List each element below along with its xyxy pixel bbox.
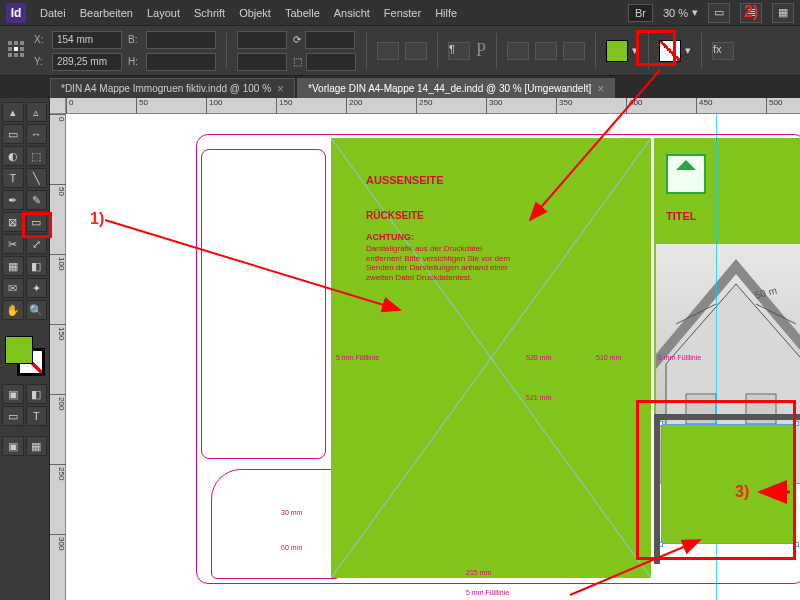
zoom-value: 30 % <box>663 7 688 19</box>
measure: 30 mm <box>281 509 302 516</box>
annotation-2-label: 2) <box>744 3 758 21</box>
zoom-tool-icon[interactable]: 🔍 <box>26 300 48 320</box>
line-tool-icon[interactable]: ╲ <box>26 168 48 188</box>
page-tool-icon[interactable]: ▭ <box>2 124 24 144</box>
scale-x-field[interactable] <box>237 31 287 49</box>
shear-field[interactable] <box>306 53 356 71</box>
type-tool-icon[interactable]: T <box>2 168 24 188</box>
selection-tool-icon[interactable]: ▴ <box>2 102 24 122</box>
menu-object[interactable]: Objekt <box>239 7 271 19</box>
wrap-icon-2[interactable] <box>535 42 557 60</box>
annotation-3-label: 3) <box>735 483 749 501</box>
ruler-tick: 350 <box>556 98 572 114</box>
menu-layout[interactable]: Layout <box>147 7 180 19</box>
wrap-icon-1[interactable] <box>507 42 529 60</box>
y-field[interactable]: 289,25 mm <box>52 53 122 71</box>
fx-icon[interactable]: fx <box>712 42 734 60</box>
h-field[interactable] <box>146 53 216 71</box>
chevron-down-icon[interactable]: ▾ <box>685 44 691 57</box>
measure: 215 mm <box>466 569 491 576</box>
rotate-field[interactable] <box>305 31 355 49</box>
menu-window[interactable]: Fenster <box>384 7 421 19</box>
menu-file[interactable]: Datei <box>40 7 66 19</box>
close-icon[interactable]: × <box>277 82 284 96</box>
gradient-swatch-tool-icon[interactable]: ▦ <box>2 256 24 276</box>
scale-y-field[interactable] <box>237 53 287 71</box>
scissors-tool-icon[interactable]: ✂ <box>2 234 24 254</box>
measure: 521 mm <box>526 394 551 401</box>
flip-h-icon[interactable] <box>377 42 399 60</box>
ruler-tick: 150 <box>276 98 292 114</box>
formatting-text-icon[interactable]: T <box>26 406 48 426</box>
flip-v-icon[interactable] <box>405 42 427 60</box>
measure: 5 mm Fülllinie <box>466 589 509 596</box>
w-label: B: <box>128 34 142 45</box>
content-grabber-icon[interactable]: ◐ <box>2 146 24 166</box>
warning-body: Darstellgrafik aus der Druckdatei entfer… <box>366 244 516 282</box>
tab-doc-1[interactable]: *DIN A4 Mappe Immogruen fiktiv.indd @ 10… <box>50 78 295 98</box>
eyedropper-tool-icon[interactable]: ✦ <box>26 278 48 298</box>
gradient-feather-tool-icon[interactable]: ◧ <box>26 256 48 276</box>
app-logo: Id <box>6 3 26 23</box>
close-icon[interactable]: × <box>597 82 604 96</box>
apply-gradient-icon[interactable]: ◧ <box>26 384 48 404</box>
reference-point-icon[interactable] <box>8 41 28 61</box>
pencil-tool-icon[interactable]: ✎ <box>26 190 48 210</box>
annotation-3-box <box>636 400 796 560</box>
ruler-tick: 0 <box>66 98 73 114</box>
x-field[interactable]: 154 mm <box>52 31 122 49</box>
ruler-tick: 200 <box>346 98 362 114</box>
ruler-tick: 400 <box>626 98 642 114</box>
pen-tool-icon[interactable]: ✒ <box>2 190 24 210</box>
fill-swatch[interactable] <box>606 40 628 62</box>
annotation-1-box <box>22 212 52 238</box>
view-mode-normal-icon[interactable]: ▣ <box>2 436 24 456</box>
formatting-container-icon[interactable]: ▭ <box>2 406 24 426</box>
dieline-flap-left <box>201 149 326 459</box>
ruler-tick: 300 <box>486 98 502 114</box>
measure: 5 mm Fülllinie <box>336 354 379 361</box>
ruler-tick: 0 <box>50 114 66 121</box>
menu-items: Datei Bearbeiten Layout Schrift Objekt T… <box>40 7 614 19</box>
ruler-tick: 100 <box>206 98 222 114</box>
bridge-button[interactable]: Br <box>628 4 653 22</box>
ruler-tick: 250 <box>416 98 432 114</box>
fill-proxy-icon[interactable] <box>5 336 33 364</box>
h-label: H: <box>128 56 142 67</box>
tab-label: *DIN A4 Mappe Immogruen fiktiv.indd @ 10… <box>61 83 271 94</box>
wrap-icon-3[interactable] <box>563 42 585 60</box>
workspace-icon[interactable]: ▦ <box>772 3 794 23</box>
menu-table[interactable]: Tabelle <box>285 7 320 19</box>
document-tabs: *DIN A4 Mappe Immogruen fiktiv.indd @ 10… <box>0 76 800 98</box>
tab-doc-2[interactable]: *Vorlage DIN A4-Mappe 14_44_de.indd @ 30… <box>297 78 615 98</box>
gap-tool-icon[interactable]: ↔ <box>26 124 48 144</box>
view-mode-preview-icon[interactable]: ▦ <box>26 436 48 456</box>
heading-aussenseite: AUSSENSEITE <box>366 174 444 186</box>
fill-stroke-proxy[interactable] <box>5 336 45 376</box>
frame-tool-icon[interactable]: ⊠ <box>2 212 24 232</box>
annotation-2-box <box>636 30 676 66</box>
ruler-tick: 450 <box>696 98 712 114</box>
apply-color-icon[interactable]: ▣ <box>2 384 24 404</box>
ruler-horizontal[interactable]: 0 50 100 150 200 250 300 350 400 450 500 <box>66 98 800 114</box>
ruler-tick: 250 <box>50 464 66 480</box>
ruler-origin[interactable] <box>50 98 66 114</box>
content-placer-icon[interactable]: ⬚ <box>26 146 48 166</box>
note-tool-icon[interactable]: ✉ <box>2 278 24 298</box>
direct-selection-tool-icon[interactable]: ▵ <box>26 102 48 122</box>
menu-edit[interactable]: Bearbeiten <box>80 7 133 19</box>
menu-help[interactable]: Hilfe <box>435 7 457 19</box>
zoom-level[interactable]: 30 % ▾ <box>663 6 698 19</box>
fill-swatch-group: ▾ <box>606 40 638 62</box>
control-bar: X:154 mm Y:289,25 mm B: H: ⟳ ⬚ ¶ P ▾ ▾ f… <box>0 26 800 76</box>
w-field[interactable] <box>146 31 216 49</box>
char-style-icon[interactable]: P <box>476 40 486 61</box>
hand-tool-icon[interactable]: ✋ <box>2 300 24 320</box>
menu-view[interactable]: Ansicht <box>334 7 370 19</box>
ruler-vertical[interactable]: 0 50 100 150 200 250 300 <box>50 114 66 600</box>
menu-type[interactable]: Schrift <box>194 7 225 19</box>
screen-mode-icon[interactable]: ▭ <box>708 3 730 23</box>
para-style-icon[interactable]: ¶ <box>448 42 470 60</box>
tools-panel: ▴▵ ▭↔ ◐⬚ T╲ ✒✎ ⊠▭ ✂⤢ ▦◧ ✉✦ ✋🔍 ▣◧ ▭T ▣▦ <box>0 98 50 600</box>
dieline-flap-bottom <box>211 469 341 579</box>
